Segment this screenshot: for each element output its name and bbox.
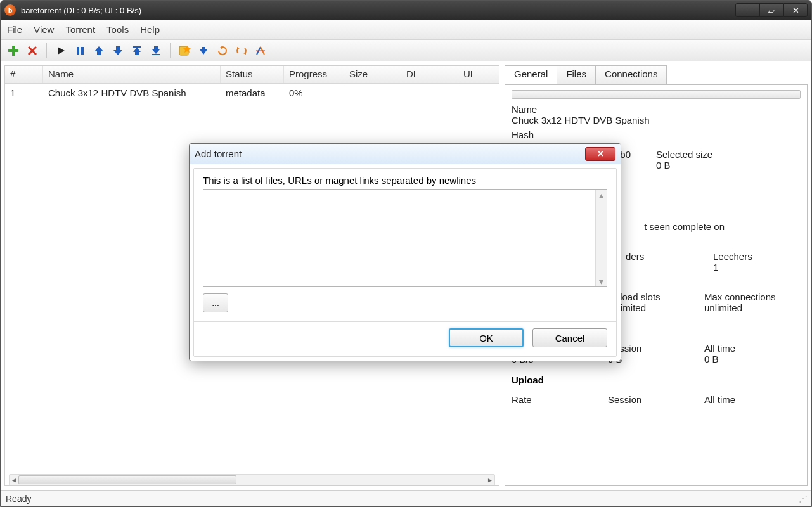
ul-session-label: Session [608,394,704,405]
svg-marker-4 [58,47,65,55]
scroll-thumb[interactable] [18,475,236,484]
add-torrent-dialog: Add torrent ✕ This is a list of files, U… [189,143,621,361]
cell-size [344,91,401,94]
svg-rect-5 [77,47,79,55]
window-title: baretorrent (DL: 0 B/s; UL: 0 B/s) [21,6,735,15]
svg-marker-8 [113,46,122,55]
remove-icon[interactable] [25,43,40,58]
scroll-down-icon[interactable]: ▾ [599,276,603,286]
cell-dl [401,91,458,94]
window-controls: — ▱ ✕ [735,3,808,17]
scroll-right-icon[interactable]: ► [486,477,494,484]
svg-marker-15 [200,47,207,55]
tab-connections[interactable]: Connections [595,65,667,84]
top-icon[interactable] [129,43,145,58]
svg-marker-17 [237,47,240,49]
maximize-button[interactable]: ▱ [759,3,783,17]
leechers-label: Leechers [713,251,801,262]
cell-name: Chuck 3x12 HDTV DVB Spanish [43,86,221,99]
dl-alltime-value: 0 B [704,354,801,364]
col-progress[interactable]: Progress [284,66,344,83]
svg-marker-11 [152,46,160,54]
bottom-icon[interactable] [148,43,164,58]
table-row[interactable]: 1 Chuck 3x12 HDTV DVB Spanish metadata 0… [5,84,499,101]
menu-tools[interactable]: Tools [106,24,129,35]
play-icon[interactable] [53,43,68,58]
col-size[interactable]: Size [344,66,401,83]
new-icon[interactable] [177,43,192,58]
dialog-title: Add torrent [195,148,242,159]
dl-alltime-label: All time [704,343,801,354]
upload-section: Upload [512,375,801,385]
browse-button[interactable]: ... [203,293,228,312]
seeders-label: ders [626,251,713,262]
minimize-button[interactable]: — [735,3,759,17]
links-input[interactable] [203,189,607,287]
ok-button[interactable]: OK [449,328,524,347]
dialog-body: This is a list of files, URLs or magnet … [193,168,617,357]
dht-icon[interactable] [253,43,268,58]
resize-grip-icon[interactable]: ⋰ [799,494,806,504]
ul-rate-label: Rate [512,394,608,405]
status-text: Ready [6,494,31,504]
toolbar-separator [46,43,47,58]
svg-rect-9 [133,46,141,48]
detail-progressbar [512,90,801,99]
col-dl[interactable]: DL [401,66,458,83]
hash-label: Hash [512,129,801,140]
tab-files[interactable]: Files [557,65,596,84]
down-icon[interactable] [110,43,126,58]
menu-torrent[interactable]: Torrent [65,24,95,35]
svg-marker-10 [133,48,141,55]
leechers-value: 1 [713,262,801,273]
up-icon[interactable] [91,43,106,58]
upload-slots-label: Upload slots [608,292,704,302]
col-name[interactable]: Name [43,66,221,83]
name-label: Name [512,104,801,115]
svg-marker-16 [220,46,222,49]
upload-slots-value: unlimited [608,302,704,313]
menu-help[interactable]: Help [140,24,160,35]
svg-rect-6 [81,47,84,55]
svg-marker-7 [94,46,103,55]
down-small-icon[interactable] [196,43,211,58]
reannounce-icon[interactable] [234,43,249,58]
menu-view[interactable]: View [34,24,54,35]
selected-size-label: Selected size [656,149,801,160]
scroll-up-icon[interactable]: ▴ [599,190,603,200]
tab-general[interactable]: General [505,65,557,84]
dialog-titlebar: Add torrent ✕ [190,144,621,164]
scroll-left-icon[interactable]: ◄ [10,477,18,484]
pause-icon[interactable] [72,43,87,58]
statusbar: Ready ⋰ [1,490,811,506]
max-conn-value: unlimited [704,302,801,313]
recheck-icon[interactable] [215,43,230,58]
dl-session-label: Session [608,343,704,354]
cell-ul [458,91,496,94]
ul-alltime-label: All time [704,394,801,405]
svg-rect-1 [8,49,18,52]
toolbar-separator [170,43,171,58]
cancel-button[interactable]: Cancel [532,328,607,347]
svg-rect-12 [152,54,160,55]
menu-file[interactable]: File [7,24,22,35]
col-ul[interactable]: UL [458,66,496,83]
svg-marker-18 [243,52,246,55]
col-index[interactable]: # [5,66,43,83]
name-value: Chuck 3x12 HDTV DVB Spanish [512,115,801,125]
horizontal-scrollbar[interactable]: ◄ ► [9,474,495,485]
menubar: File View Torrent Tools Help [1,20,811,40]
selected-size-value: 0 B [656,160,801,170]
add-icon[interactable] [6,43,21,58]
close-button[interactable]: ✕ [783,3,808,17]
dl-session-value: 0 B [608,354,704,364]
dialog-instruction: This is a list of files, URLs or magnet … [203,175,607,186]
cell-progress: 0% [284,86,344,99]
details-tabs: General Files Connections [505,65,808,84]
textarea-scrollbar[interactable]: ▴▾ [595,190,607,286]
col-status[interactable]: Status [221,66,284,83]
app-icon: b [4,4,16,16]
dialog-close-button[interactable]: ✕ [585,147,615,161]
cell-index: 1 [5,86,43,99]
dialog-divider [194,321,616,322]
